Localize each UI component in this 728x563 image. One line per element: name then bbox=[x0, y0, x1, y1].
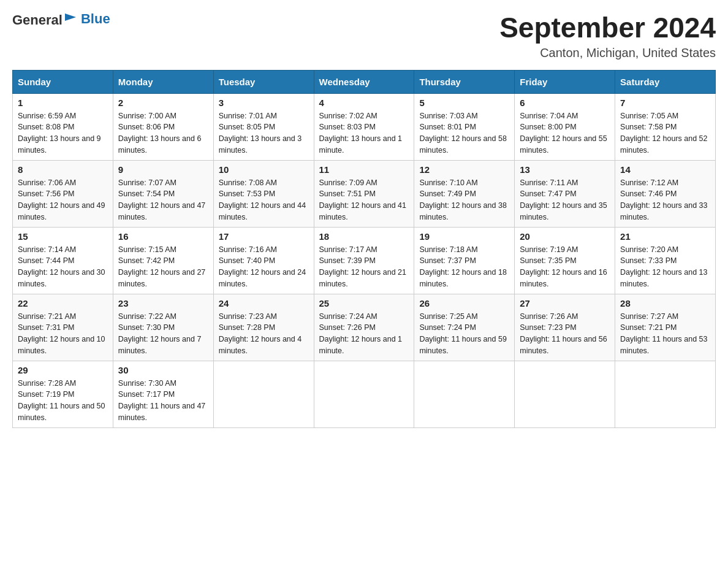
svg-marker-0 bbox=[65, 13, 76, 21]
calendar-table: SundayMondayTuesdayWednesdayThursdayFrid… bbox=[12, 70, 716, 428]
header-monday: Monday bbox=[113, 70, 213, 93]
day-number: 14 bbox=[620, 164, 710, 175]
day-number: 17 bbox=[219, 231, 309, 242]
calendar-cell bbox=[213, 361, 314, 427]
logo-flag-icon bbox=[64, 12, 77, 26]
day-info: Sunrise: 7:22 AM Sunset: 7:30 PM Dayligh… bbox=[118, 311, 208, 357]
calendar-cell: 12 Sunrise: 7:10 AM Sunset: 7:49 PM Dayl… bbox=[414, 160, 515, 227]
day-info: Sunrise: 7:10 AM Sunset: 7:49 PM Dayligh… bbox=[419, 177, 509, 223]
day-number: 29 bbox=[18, 365, 108, 375]
day-number: 26 bbox=[419, 298, 509, 308]
day-number: 8 bbox=[18, 164, 108, 175]
day-number: 18 bbox=[319, 231, 409, 242]
calendar-cell: 11 Sunrise: 7:09 AM Sunset: 7:51 PM Dayl… bbox=[314, 160, 414, 227]
day-number: 3 bbox=[219, 98, 309, 108]
calendar-week-row: 1 Sunrise: 6:59 AM Sunset: 8:08 PM Dayli… bbox=[13, 93, 716, 160]
calendar-cell: 30 Sunrise: 7:30 AM Sunset: 7:17 PM Dayl… bbox=[113, 361, 213, 427]
header-friday: Friday bbox=[515, 70, 615, 93]
calendar-cell: 9 Sunrise: 7:07 AM Sunset: 7:54 PM Dayli… bbox=[113, 160, 213, 227]
day-info: Sunrise: 7:05 AM Sunset: 7:58 PM Dayligh… bbox=[620, 110, 710, 156]
header-wednesday: Wednesday bbox=[314, 70, 414, 93]
day-info: Sunrise: 7:09 AM Sunset: 7:51 PM Dayligh… bbox=[319, 177, 409, 223]
day-info: Sunrise: 7:02 AM Sunset: 8:03 PM Dayligh… bbox=[319, 110, 409, 156]
day-number: 2 bbox=[118, 98, 208, 108]
day-info: Sunrise: 7:08 AM Sunset: 7:53 PM Dayligh… bbox=[219, 177, 309, 223]
logo-general-text: General bbox=[12, 12, 63, 28]
day-info: Sunrise: 7:24 AM Sunset: 7:26 PM Dayligh… bbox=[319, 311, 409, 357]
calendar-cell: 29 Sunrise: 7:28 AM Sunset: 7:19 PM Dayl… bbox=[13, 361, 113, 427]
day-info: Sunrise: 7:27 AM Sunset: 7:21 PM Dayligh… bbox=[620, 311, 710, 357]
calendar-cell: 8 Sunrise: 7:06 AM Sunset: 7:56 PM Dayli… bbox=[13, 160, 113, 227]
calendar-header-row: SundayMondayTuesdayWednesdayThursdayFrid… bbox=[13, 70, 716, 93]
day-info: Sunrise: 7:04 AM Sunset: 8:00 PM Dayligh… bbox=[520, 110, 610, 156]
calendar-cell: 18 Sunrise: 7:17 AM Sunset: 7:39 PM Dayl… bbox=[314, 227, 414, 294]
day-info: Sunrise: 7:16 AM Sunset: 7:40 PM Dayligh… bbox=[219, 244, 309, 290]
calendar-cell: 25 Sunrise: 7:24 AM Sunset: 7:26 PM Dayl… bbox=[314, 294, 414, 361]
month-title: September 2024 bbox=[499, 12, 716, 44]
day-info: Sunrise: 7:11 AM Sunset: 7:47 PM Dayligh… bbox=[520, 177, 610, 223]
calendar-cell: 5 Sunrise: 7:03 AM Sunset: 8:01 PM Dayli… bbox=[414, 93, 515, 160]
calendar-cell bbox=[515, 361, 615, 427]
day-number: 27 bbox=[520, 298, 610, 308]
day-info: Sunrise: 7:07 AM Sunset: 7:54 PM Dayligh… bbox=[118, 177, 208, 223]
day-info: Sunrise: 7:30 AM Sunset: 7:17 PM Dayligh… bbox=[118, 378, 208, 424]
header-sunday: Sunday bbox=[13, 70, 113, 93]
calendar-cell: 26 Sunrise: 7:25 AM Sunset: 7:24 PM Dayl… bbox=[414, 294, 515, 361]
day-info: Sunrise: 7:12 AM Sunset: 7:46 PM Dayligh… bbox=[620, 177, 710, 223]
day-number: 28 bbox=[620, 298, 710, 308]
day-number: 30 bbox=[118, 365, 208, 375]
location-text: Canton, Michigan, United States bbox=[499, 46, 716, 60]
day-number: 20 bbox=[520, 231, 610, 242]
calendar-cell: 13 Sunrise: 7:11 AM Sunset: 7:47 PM Dayl… bbox=[515, 160, 615, 227]
day-number: 15 bbox=[18, 231, 108, 242]
logo-blue-text: Blue bbox=[81, 11, 110, 27]
day-number: 6 bbox=[520, 98, 610, 108]
day-info: Sunrise: 7:20 AM Sunset: 7:33 PM Dayligh… bbox=[620, 244, 710, 290]
day-info: Sunrise: 7:23 AM Sunset: 7:28 PM Dayligh… bbox=[219, 311, 309, 357]
header-thursday: Thursday bbox=[414, 70, 515, 93]
day-info: Sunrise: 7:06 AM Sunset: 7:56 PM Dayligh… bbox=[18, 177, 108, 223]
calendar-cell bbox=[615, 361, 716, 427]
day-info: Sunrise: 7:28 AM Sunset: 7:19 PM Dayligh… bbox=[18, 378, 108, 424]
calendar-cell bbox=[414, 361, 515, 427]
calendar-cell: 7 Sunrise: 7:05 AM Sunset: 7:58 PM Dayli… bbox=[615, 93, 716, 160]
day-number: 16 bbox=[118, 231, 208, 242]
day-info: Sunrise: 7:19 AM Sunset: 7:35 PM Dayligh… bbox=[520, 244, 610, 290]
calendar-week-row: 15 Sunrise: 7:14 AM Sunset: 7:44 PM Dayl… bbox=[13, 227, 716, 294]
day-number: 1 bbox=[18, 98, 108, 108]
day-number: 24 bbox=[219, 298, 309, 308]
day-number: 22 bbox=[18, 298, 108, 308]
calendar-cell: 2 Sunrise: 7:00 AM Sunset: 8:06 PM Dayli… bbox=[113, 93, 213, 160]
calendar-cell: 6 Sunrise: 7:04 AM Sunset: 8:00 PM Dayli… bbox=[515, 93, 615, 160]
day-number: 9 bbox=[118, 164, 208, 175]
page-header: General Blue September 2024 Canton, Mich… bbox=[12, 12, 716, 60]
day-number: 19 bbox=[419, 231, 509, 242]
calendar-cell: 15 Sunrise: 7:14 AM Sunset: 7:44 PM Dayl… bbox=[13, 227, 113, 294]
calendar-cell: 22 Sunrise: 7:21 AM Sunset: 7:31 PM Dayl… bbox=[13, 294, 113, 361]
day-info: Sunrise: 7:01 AM Sunset: 8:05 PM Dayligh… bbox=[219, 110, 309, 156]
day-info: Sunrise: 7:18 AM Sunset: 7:37 PM Dayligh… bbox=[419, 244, 509, 290]
calendar-cell: 10 Sunrise: 7:08 AM Sunset: 7:53 PM Dayl… bbox=[213, 160, 314, 227]
day-number: 10 bbox=[219, 164, 309, 175]
day-number: 25 bbox=[319, 298, 409, 308]
day-info: Sunrise: 7:00 AM Sunset: 8:06 PM Dayligh… bbox=[118, 110, 208, 156]
calendar-cell: 28 Sunrise: 7:27 AM Sunset: 7:21 PM Dayl… bbox=[615, 294, 716, 361]
title-block: September 2024 Canton, Michigan, United … bbox=[499, 12, 716, 60]
day-number: 4 bbox=[319, 98, 409, 108]
calendar-cell: 1 Sunrise: 6:59 AM Sunset: 8:08 PM Dayli… bbox=[13, 93, 113, 160]
calendar-cell: 14 Sunrise: 7:12 AM Sunset: 7:46 PM Dayl… bbox=[615, 160, 716, 227]
calendar-cell: 17 Sunrise: 7:16 AM Sunset: 7:40 PM Dayl… bbox=[213, 227, 314, 294]
day-info: Sunrise: 7:26 AM Sunset: 7:23 PM Dayligh… bbox=[520, 311, 610, 357]
calendar-cell: 3 Sunrise: 7:01 AM Sunset: 8:05 PM Dayli… bbox=[213, 93, 314, 160]
day-info: Sunrise: 7:14 AM Sunset: 7:44 PM Dayligh… bbox=[18, 244, 108, 290]
calendar-cell: 27 Sunrise: 7:26 AM Sunset: 7:23 PM Dayl… bbox=[515, 294, 615, 361]
day-number: 21 bbox=[620, 231, 710, 242]
calendar-cell: 21 Sunrise: 7:20 AM Sunset: 7:33 PM Dayl… bbox=[615, 227, 716, 294]
day-info: Sunrise: 7:17 AM Sunset: 7:39 PM Dayligh… bbox=[319, 244, 409, 290]
day-number: 7 bbox=[620, 98, 710, 108]
day-number: 5 bbox=[419, 98, 509, 108]
day-number: 11 bbox=[319, 164, 409, 175]
day-info: Sunrise: 6:59 AM Sunset: 8:08 PM Dayligh… bbox=[18, 110, 108, 156]
calendar-week-row: 8 Sunrise: 7:06 AM Sunset: 7:56 PM Dayli… bbox=[13, 160, 716, 227]
calendar-cell: 23 Sunrise: 7:22 AM Sunset: 7:30 PM Dayl… bbox=[113, 294, 213, 361]
